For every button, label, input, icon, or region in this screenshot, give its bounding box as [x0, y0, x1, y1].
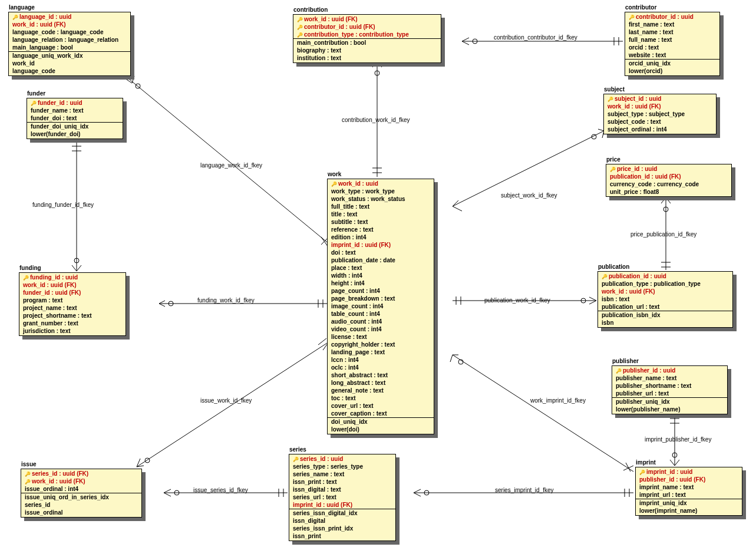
entity-field: long_abstract : text	[328, 379, 434, 387]
entity-funder[interactable]: funder 🔑funder_id : uuidfunder_name : te…	[27, 98, 123, 139]
rel-label: publication_work_id_fkey	[484, 297, 550, 304]
entity-field: jurisdiction : text	[19, 327, 126, 335]
entity-field: funder_name : text	[27, 107, 123, 114]
key-icon: 🔑	[616, 368, 622, 374]
entity-field: publication_id : uuid (FK)	[606, 173, 731, 180]
entity-field: series_type : series_type	[289, 463, 395, 470]
entity-field: cover_url : text	[328, 402, 434, 410]
entity-field: series_url : text	[289, 493, 395, 501]
entity-title: funder	[27, 90, 45, 97]
entity-field: 🔑publisher_id : uuid	[612, 367, 727, 374]
entity-field: currency_code : currency_code	[606, 180, 731, 188]
entity-series[interactable]: series 🔑series_id : uuidseries_type : se…	[289, 454, 396, 541]
entity-field: 🔑funder_id : uuid	[27, 99, 123, 107]
entity-field: subject_ordinal : int4	[604, 126, 716, 133]
entity-field: 🔑language_id : uuid	[9, 13, 130, 21]
entity-field: height : int4	[328, 279, 434, 287]
key-icon: 🔑	[293, 457, 299, 462]
entity-funding[interactable]: funding 🔑funding_id : uuidwork_id : uuid…	[19, 272, 126, 336]
entity-field: subject_code : text	[604, 118, 716, 126]
entity-field: table_count : int4	[328, 310, 434, 318]
entity-field: publisher_uniq_idx	[612, 398, 727, 406]
rel-label: issue_series_id_fkey	[193, 487, 248, 493]
entity-title: work	[328, 171, 341, 177]
entity-field: 🔑publication_id : uuid	[598, 272, 732, 280]
entity-field: 🔑contribution_type : contribution_type	[293, 31, 441, 38]
entity-field: last_name : text	[625, 28, 719, 36]
key-icon: 🔑	[31, 101, 37, 106]
entity-publisher[interactable]: publisher 🔑publisher_id : uuidpublisher_…	[612, 365, 728, 414]
entity-field: grant_number : text	[19, 319, 126, 327]
entity-field: series_id	[21, 501, 141, 509]
key-icon: 🔑	[608, 97, 613, 102]
entity-field: lccn : int4	[328, 356, 434, 364]
entity-imprint[interactable]: imprint 🔑imprint_id : uuidpublisher_id :…	[635, 467, 742, 516]
entity-subject[interactable]: subject 🔑subject_id : uuidwork_id : uuid…	[603, 94, 717, 134]
entity-field: short_abstract : text	[328, 371, 434, 379]
svg-line-37	[661, 197, 666, 203]
entity-title: imprint	[636, 459, 656, 466]
entity-field: license : text	[328, 333, 434, 341]
key-icon: 🔑	[23, 275, 29, 281]
entity-field: main_language : bool	[9, 44, 130, 51]
entity-field: doi_uniq_idx	[328, 418, 434, 426]
entity-field: lower(orcid)	[625, 67, 719, 75]
entity-field: funder_doi : text	[27, 114, 123, 122]
entity-field: unit_price : float8	[606, 188, 731, 196]
entity-field: publisher_name : text	[612, 374, 727, 382]
rel-label: contribution_work_id_fkey	[342, 117, 410, 123]
key-icon: 🔑	[610, 167, 616, 172]
key-icon: 🔑	[297, 32, 303, 38]
key-icon: 🔑	[297, 25, 303, 30]
entity-field: 🔑series_id : uuid	[289, 455, 395, 463]
entity-field: audio_count : int4	[328, 318, 434, 325]
rel-label: funding_work_id_fkey	[197, 297, 255, 304]
rel-label: funding_funder_id_fkey	[32, 202, 94, 208]
entity-field: lower(publisher_name)	[612, 406, 727, 413]
entity-title: funding	[19, 265, 41, 271]
entity-field: edition : int4	[328, 233, 434, 241]
rel-label: imprint_publisher_id_fkey	[645, 436, 711, 443]
erd-canvas: language 🔑language_id : uuidwork_id : uu…	[0, 0, 756, 547]
entity-price[interactable]: price 🔑price_id : uuidpublication_id : u…	[606, 164, 732, 197]
entity-work[interactable]: work 🔑work_id : uuidwork_type : work_typ…	[327, 179, 434, 434]
entity-field: general_note : text	[328, 387, 434, 394]
svg-line-13	[159, 301, 165, 304]
entity-field: work_status : work_status	[328, 195, 434, 203]
entity-field: 🔑contributor_id : uuid	[625, 13, 719, 21]
svg-point-75	[145, 458, 150, 463]
entity-field: isbn	[598, 319, 732, 327]
svg-line-57	[670, 460, 675, 466]
entity-contribution[interactable]: contribution 🔑work_id : uuid (FK)🔑contri…	[293, 14, 441, 63]
entity-field: imprint_id : uuid (FK)	[328, 241, 434, 249]
entity-field: language_code : language_code	[9, 28, 130, 36]
entity-title: series	[289, 446, 306, 453]
entity-field: biography : text	[293, 47, 441, 54]
svg-line-44	[589, 301, 596, 304]
entity-field: reference : text	[328, 226, 434, 233]
svg-line-43	[589, 297, 596, 301]
entity-issue[interactable]: issue 🔑series_id : uuid (FK)🔑work_id : u…	[21, 469, 142, 518]
svg-line-35	[453, 206, 462, 211]
entity-field: language_uniq_work_idx	[9, 52, 130, 60]
entity-publication[interactable]: publication 🔑publication_id : uuidpublic…	[597, 271, 733, 328]
svg-line-26	[462, 41, 469, 45]
svg-line-34	[453, 200, 458, 206]
rel-label: price_publication_id_fkey	[630, 231, 696, 238]
entity-title: contributor	[625, 4, 656, 11]
entity-field: work_id : uuid (FK)	[9, 21, 130, 28]
entity-field: issn_print	[289, 532, 395, 540]
entity-field: series_issn_print_idx	[289, 525, 395, 532]
entity-contributor[interactable]: contributor 🔑contributor_id : uuidfirst_…	[625, 12, 720, 76]
entity-field: 🔑work_id : uuid (FK)	[21, 477, 141, 485]
entity-field: publication_isbn_idx	[598, 311, 732, 319]
entity-field: program : text	[19, 296, 126, 304]
entity-language[interactable]: language 🔑language_id : uuidwork_id : uu…	[8, 12, 131, 76]
entity-field: isbn : text	[598, 295, 732, 303]
entity-field: 🔑imprint_id : uuid	[636, 468, 742, 476]
entity-field: copyright_holder : text	[328, 341, 434, 348]
key-icon: 🔑	[25, 479, 31, 485]
svg-line-10	[77, 265, 81, 271]
entity-field: publication_url : text	[598, 303, 732, 311]
entity-field: oclc : int4	[328, 364, 434, 371]
